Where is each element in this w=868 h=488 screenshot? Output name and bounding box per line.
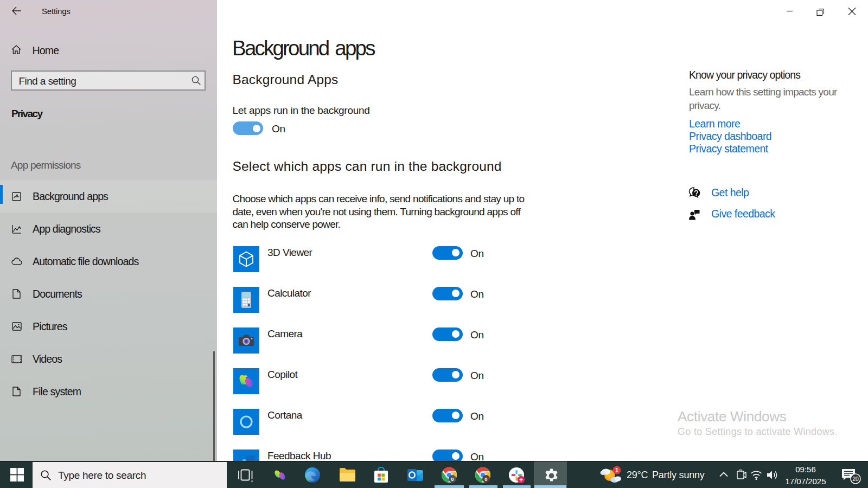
svg-text:0: 0 [451, 476, 454, 482]
svg-text:20: 20 [852, 476, 859, 482]
svg-text:0: 0 [484, 476, 487, 482]
svg-text:1: 1 [615, 467, 618, 473]
